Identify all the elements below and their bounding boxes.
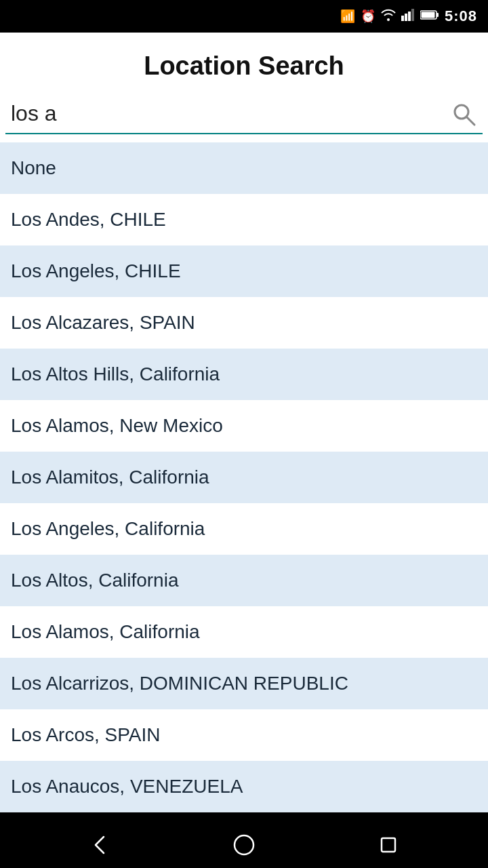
- svg-rect-1: [405, 14, 407, 21]
- vibrate-icon: 📶: [340, 9, 355, 24]
- svg-point-9: [235, 835, 253, 854]
- list-item[interactable]: Los Altos, California: [0, 555, 488, 606]
- back-button[interactable]: [86, 831, 113, 859]
- search-input[interactable]: [5, 94, 483, 133]
- list-item[interactable]: Los Alcarrizos, DOMINICAN REPUBLIC: [0, 658, 488, 709]
- search-icon: [450, 100, 477, 127]
- list-item[interactable]: Los Angeles, CHILE: [0, 245, 488, 297]
- list-item[interactable]: Los Alamos, New Mexico: [0, 400, 488, 452]
- list-item[interactable]: Los Alamitos, California: [0, 452, 488, 503]
- status-icons: 📶 ⏰ 5:08: [340, 7, 477, 25]
- wifi-icon: [381, 9, 396, 24]
- list-item[interactable]: Los Andes, CHILE: [0, 194, 488, 245]
- status-time: 5:08: [445, 7, 477, 25]
- results-list: NoneLos Andes, CHILELos Angeles, CHILELo…: [0, 142, 488, 812]
- page-title: Location Search: [0, 33, 488, 94]
- recents-button[interactable]: [375, 831, 402, 859]
- signal-icon: [401, 9, 415, 24]
- svg-rect-5: [436, 13, 439, 17]
- svg-rect-2: [408, 12, 411, 21]
- svg-rect-10: [382, 838, 395, 852]
- svg-rect-0: [401, 16, 404, 21]
- list-item[interactable]: Los Alcazares, SPAIN: [0, 297, 488, 349]
- list-item[interactable]: None: [0, 142, 488, 194]
- list-item[interactable]: Los Angeles, California: [0, 503, 488, 555]
- search-bar-container: [5, 94, 483, 134]
- list-item[interactable]: Los Arcos, SPAIN: [0, 709, 488, 761]
- nav-bar: [0, 812, 488, 868]
- alarm-icon: ⏰: [361, 9, 375, 24]
- list-item[interactable]: Los Alamos, California: [0, 606, 488, 658]
- svg-rect-6: [421, 12, 434, 18]
- list-item[interactable]: Los Altos Hills, California: [0, 349, 488, 400]
- home-button[interactable]: [230, 831, 258, 859]
- svg-line-8: [466, 117, 474, 125]
- list-item[interactable]: Los Anaucos, VENEZUELA: [0, 761, 488, 812]
- status-bar: 📶 ⏰ 5:08: [0, 0, 488, 33]
- svg-rect-3: [411, 9, 414, 21]
- main-content: Location Search NoneLos Andes, CHILELos …: [0, 33, 488, 812]
- search-button[interactable]: [447, 98, 480, 130]
- battery-icon: [420, 9, 439, 24]
